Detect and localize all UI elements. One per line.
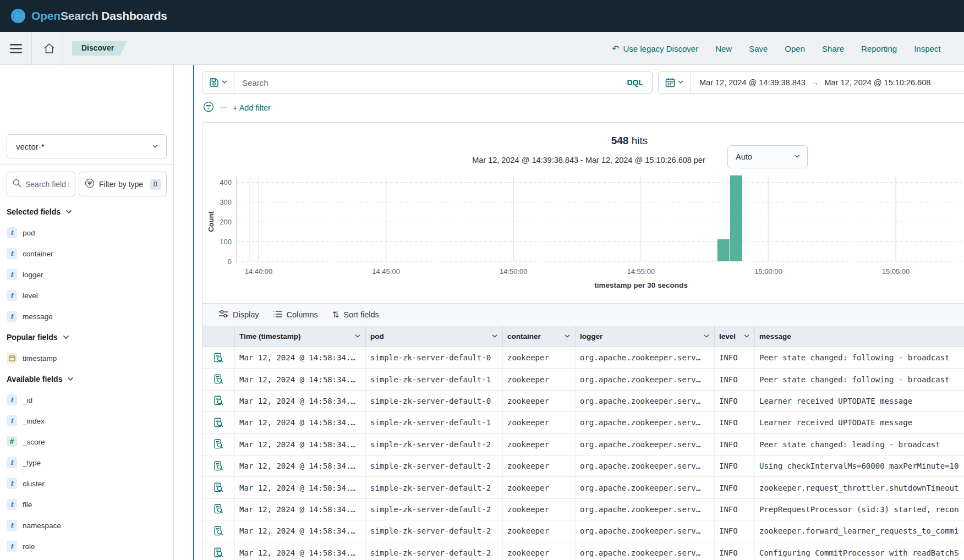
column-header-pod[interactable]: pod [366,326,503,347]
cell-message[interactable]: Learner received UPTODATE message [755,412,964,433]
cell-pod[interactable]: simple-zk-server-default-1 [366,369,503,389]
cell-container[interactable]: zookeeper [503,455,576,476]
home-icon[interactable] [40,32,58,65]
cell-pod[interactable]: simple-zk-server-default-2 [366,455,503,476]
sidebar-resizer[interactable] [193,65,194,560]
cell-level[interactable]: INFO [715,434,755,455]
expand-document-button[interactable] [202,455,234,476]
cell-level[interactable]: INFO [715,369,755,389]
histogram-bar[interactable] [730,175,742,261]
save-query-button[interactable] [202,72,234,93]
column-header-logger[interactable]: logger [576,326,715,347]
date-to[interactable]: Mar 12, 2024 @ 15:10:26.608 [824,78,930,87]
cell-container[interactable]: zookeeper [503,542,576,560]
cell-container[interactable]: zookeeper [503,347,576,368]
date-from[interactable]: Mar 12, 2024 @ 14:39:38.843 [699,78,806,87]
dql-button[interactable]: DQL [618,78,652,87]
field-item-level[interactable]: tlevel [7,290,167,301]
filter-by-type-button[interactable]: Filter by type 0 [79,172,167,196]
breadcrumb[interactable]: Discover [72,41,127,56]
cell-time[interactable]: Mar 12, 2024 @ 14:58:34.… [235,412,366,433]
cell-container[interactable]: zookeeper [503,499,576,520]
expand-document-button[interactable] [202,391,234,411]
cell-container[interactable]: zookeeper [503,520,576,541]
field-item-message[interactable]: tmessage [7,311,167,322]
nav-action-share[interactable]: Share [822,44,844,53]
expand-document-button[interactable] [202,347,234,368]
expand-document-button[interactable] [202,477,234,498]
field-item-_type[interactable]: t_type [7,457,167,468]
column-header-time-timestamp-[interactable]: Time (timestamp) [235,326,366,347]
cell-time[interactable]: Mar 12, 2024 @ 14:58:34.… [235,499,366,520]
cell-pod[interactable]: simple-zk-server-default-2 [366,542,503,560]
cell-pod[interactable]: simple-zk-server-default-0 [366,347,503,368]
column-header-message[interactable]: message [755,326,964,347]
cell-message[interactable]: Learner received UPTODATE message [755,391,964,411]
cell-pod[interactable]: simple-zk-server-default-0 [366,391,503,411]
cell-level[interactable]: INFO [715,391,755,411]
field-group-popular-fields[interactable]: Popular fields [7,332,167,343]
cell-time[interactable]: Mar 12, 2024 @ 14:58:34.… [235,369,366,389]
cell-logger[interactable]: org.apache.zookeeper.serv… [576,391,715,411]
cell-container[interactable]: zookeeper [503,369,576,389]
expand-document-button[interactable] [202,412,234,433]
cell-level[interactable]: INFO [715,477,755,498]
filter-circle-icon[interactable] [203,101,214,114]
cell-time[interactable]: Mar 12, 2024 @ 14:58:34.… [235,434,366,455]
cell-message[interactable]: Peer state changed: following - broadcas… [755,369,964,389]
cell-container[interactable]: zookeeper [503,477,576,498]
cell-pod[interactable]: simple-zk-server-default-2 [366,520,503,541]
field-group-selected-fields[interactable]: Selected fields [7,206,167,217]
cell-message[interactable]: Configuring CommitProcessor with readBat… [755,542,964,560]
cell-container[interactable]: zookeeper [503,391,576,411]
field-search-input[interactable] [25,180,69,189]
field-item-_index[interactable]: t_index [7,415,167,426]
cell-container[interactable]: zookeeper [503,434,576,455]
nav-action-open[interactable]: Open [785,44,805,53]
expand-document-button[interactable] [202,434,234,455]
cell-pod[interactable]: simple-zk-server-default-1 [366,412,503,433]
interval-select[interactable]: Auto [727,145,808,168]
table-toolbar-sort-fields-button[interactable]: ⇅Sort fields [332,310,379,320]
search-input[interactable] [234,78,618,87]
cell-time[interactable]: Mar 12, 2024 @ 14:58:34.… [235,391,366,411]
table-toolbar-display-button[interactable]: Display [219,310,259,320]
column-header-container[interactable]: container [503,326,576,347]
expand-document-button[interactable] [202,542,234,560]
field-item-pod[interactable]: tpod [7,227,167,238]
table-toolbar-columns-button[interactable]: Columns [273,310,318,320]
cell-logger[interactable]: org.apache.zookeeper.serv… [576,542,715,560]
field-item-_id[interactable]: t_id [7,394,167,405]
field-item-logger[interactable]: tlogger [7,269,167,280]
cell-logger[interactable]: org.apache.zookeeper.serv… [576,455,715,476]
field-item-role[interactable]: trole [7,541,167,552]
nav-action-inspect[interactable]: Inspect [914,44,940,53]
opensearch-logo[interactable]: OpenSearch Dashboards [10,8,167,24]
index-pattern-select[interactable]: vector-* [7,134,167,158]
cell-message[interactable]: PrepRequestProcessor (sid:3) started, re… [755,499,964,520]
cell-message[interactable]: zookeeper.forward_learner_requests_to_co… [755,520,964,541]
cell-logger[interactable]: org.apache.zookeeper.serv… [576,434,715,455]
cell-logger[interactable]: org.apache.zookeeper.serv… [576,412,715,433]
cell-time[interactable]: Mar 12, 2024 @ 14:58:34.… [235,477,366,498]
field-item-file[interactable]: tfile [7,499,167,510]
nav-action-new[interactable]: New [715,44,732,53]
field-item-cluster[interactable]: tcluster [7,478,167,489]
cell-pod[interactable]: simple-zk-server-default-2 [366,499,503,520]
cell-pod[interactable]: simple-zk-server-default-2 [366,477,503,498]
add-filter-button[interactable]: + Add filter [233,103,271,112]
column-header-level[interactable]: level [715,326,755,347]
nav-action-reporting[interactable]: Reporting [861,44,897,53]
cell-time[interactable]: Mar 12, 2024 @ 14:58:34.… [235,542,366,560]
cell-logger[interactable]: org.apache.zookeeper.serv… [576,499,715,520]
cell-time[interactable]: Mar 12, 2024 @ 14:58:34.… [235,347,366,368]
cell-message[interactable]: Peer state changed: leading - broadcast [755,434,964,455]
cell-level[interactable]: INFO [715,347,755,368]
field-group-available-fields[interactable]: Available fields [7,374,167,385]
cell-message[interactable]: Using checkIntervalMs=60000 maxPerMinute… [755,455,964,476]
field-item-_score[interactable]: #_score [7,436,167,447]
menu-icon[interactable] [7,32,25,65]
cell-level[interactable]: INFO [715,412,755,433]
nav-action-save[interactable]: Save [749,44,768,53]
nav-action-use-legacy-discover[interactable]: ↶Use legacy Discover [612,43,698,54]
